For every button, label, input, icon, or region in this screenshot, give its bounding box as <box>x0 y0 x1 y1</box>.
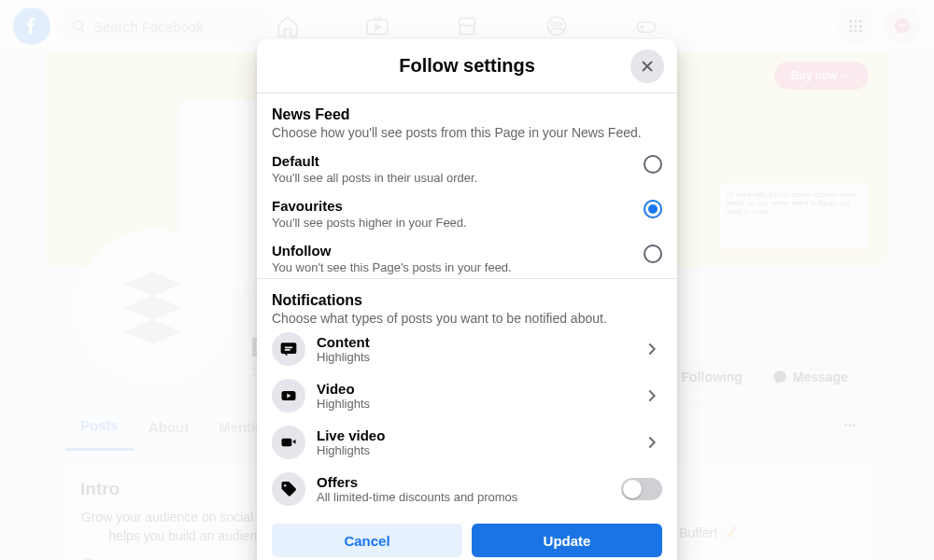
modal-title: Follow settings <box>399 55 535 77</box>
video-icon <box>272 379 305 413</box>
radio-unfollow[interactable] <box>644 245 662 263</box>
option-desc: You won't see this Page's posts in your … <box>272 260 512 274</box>
option-favourites[interactable]: Favourites You'll see posts higher in yo… <box>272 198 662 230</box>
content-icon <box>272 332 305 366</box>
cancel-button[interactable]: Cancel <box>272 524 462 557</box>
section-divider <box>257 278 677 279</box>
live-video-icon <box>272 426 305 459</box>
notifications-heading: Notifications <box>272 292 662 309</box>
offers-toggle[interactable] <box>621 478 662 500</box>
close-button[interactable] <box>630 49 664 83</box>
follow-settings-modal: Follow settings News Feed Choose how you… <box>257 39 677 560</box>
notif-row-livevideo[interactable]: Live video Highlights <box>272 419 662 466</box>
notifications-desc: Choose what types of posts you want to b… <box>272 311 662 326</box>
chevron-right-icon <box>642 385 662 406</box>
option-title: Favourites <box>272 198 467 214</box>
newsfeed-desc: Choose how you'll see posts from this Pa… <box>272 125 662 140</box>
option-desc: You'll see all posts in their usual orde… <box>272 171 477 185</box>
offers-icon <box>272 472 305 506</box>
option-title: Default <box>272 153 477 169</box>
close-icon <box>638 57 657 76</box>
radio-favourites[interactable] <box>644 200 662 218</box>
modal-header: Follow settings <box>257 39 677 93</box>
svg-rect-17 <box>282 439 292 446</box>
option-unfollow[interactable]: Unfollow You won't see this Page's posts… <box>272 243 662 274</box>
newsfeed-heading: News Feed <box>272 106 662 123</box>
option-desc: You'll see posts higher in your Feed. <box>272 216 467 230</box>
option-default[interactable]: Default You'll see all posts in their us… <box>272 153 662 185</box>
notif-row-offers[interactable]: Offers All limited-time discounts and pr… <box>272 466 662 512</box>
chevron-right-icon <box>642 339 662 359</box>
radio-default[interactable] <box>644 155 662 174</box>
notif-row-video[interactable]: Video Highlights <box>272 372 662 419</box>
modal-overlay[interactable]: Follow settings News Feed Choose how you… <box>0 0 934 560</box>
chevron-right-icon <box>642 432 662 453</box>
modal-footer: Cancel Update <box>257 512 677 560</box>
update-button[interactable]: Update <box>472 524 662 557</box>
notif-row-content[interactable]: Content Highlights <box>272 326 662 372</box>
option-title: Unfollow <box>272 243 512 259</box>
